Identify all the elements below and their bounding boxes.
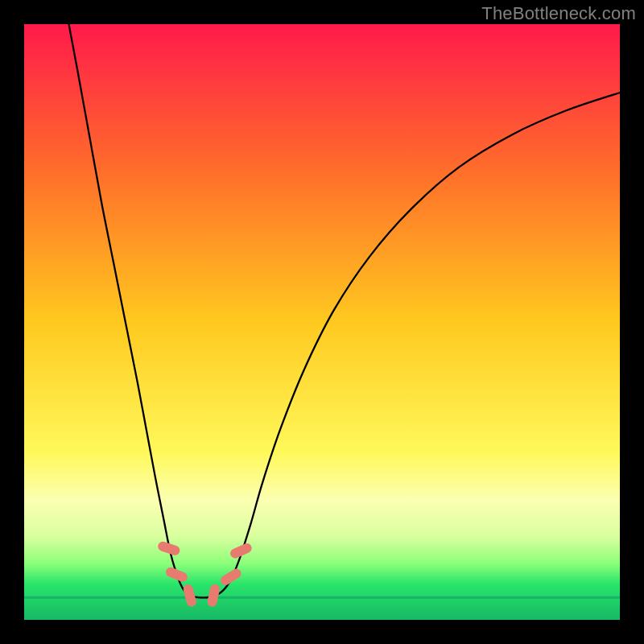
bottleneck-chart [24, 24, 620, 620]
gradient-background [24, 24, 620, 620]
watermark-text: TheBottleneck.com [481, 3, 636, 24]
chart-frame [24, 24, 620, 620]
